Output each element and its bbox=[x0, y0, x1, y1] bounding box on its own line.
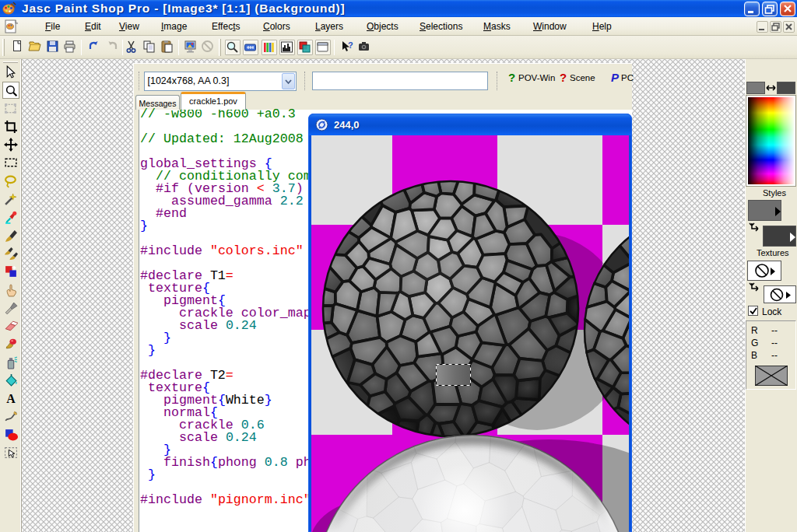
svg-text:?: ? bbox=[348, 40, 353, 50]
svg-text:A: A bbox=[6, 392, 16, 405]
